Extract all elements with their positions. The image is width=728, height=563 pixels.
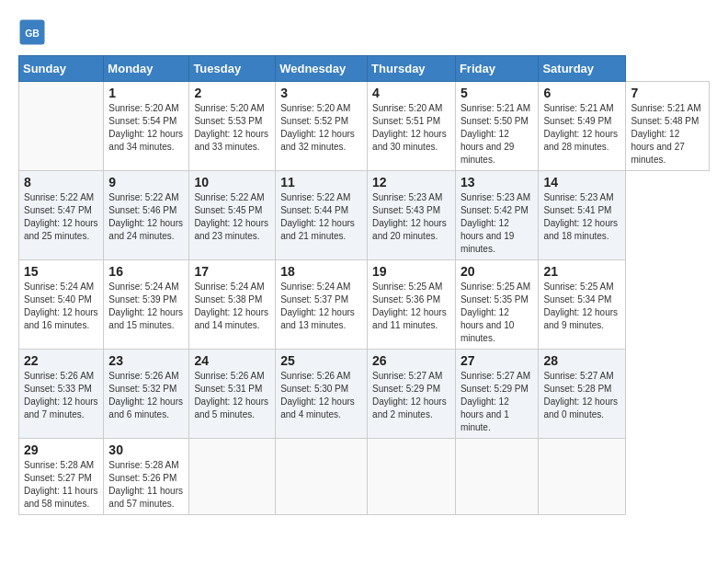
day-info: Sunrise: 5:25 AMSunset: 5:36 PMDaylight:… xyxy=(372,281,450,332)
calendar-cell: 28Sunrise: 5:27 AMSunset: 5:28 PMDayligh… xyxy=(539,350,626,439)
calendar-cell: 15Sunrise: 5:24 AMSunset: 5:40 PMDayligh… xyxy=(19,260,104,350)
day-number: 29 xyxy=(24,442,98,457)
calendar-cell: 29Sunrise: 5:28 AMSunset: 5:27 PMDayligh… xyxy=(19,439,104,515)
weekday-header-tuesday: Tuesday xyxy=(189,56,276,82)
calendar-week-2: 8Sunrise: 5:22 AMSunset: 5:47 PMDaylight… xyxy=(19,171,710,260)
calendar-cell: 19Sunrise: 5:25 AMSunset: 5:36 PMDayligh… xyxy=(368,260,456,350)
calendar-cell: 21Sunrise: 5:25 AMSunset: 5:34 PMDayligh… xyxy=(539,260,626,350)
day-number: 27 xyxy=(461,353,534,368)
calendar-cell: 22Sunrise: 5:26 AMSunset: 5:33 PMDayligh… xyxy=(19,350,104,439)
calendar-cell: 12Sunrise: 5:23 AMSunset: 5:43 PMDayligh… xyxy=(368,171,456,260)
day-info: Sunrise: 5:25 AMSunset: 5:34 PMDaylight:… xyxy=(543,281,620,332)
day-number: 2 xyxy=(194,86,270,100)
page-header: GB xyxy=(18,18,710,46)
day-info: Sunrise: 5:20 AMSunset: 5:54 PMDaylight:… xyxy=(108,102,184,154)
day-number: 8 xyxy=(24,175,98,190)
day-number: 18 xyxy=(280,264,362,279)
calendar-cell: 3Sunrise: 5:20 AMSunset: 5:52 PMDaylight… xyxy=(276,82,368,171)
calendar-cell xyxy=(455,439,539,515)
calendar-cell: 2Sunrise: 5:20 AMSunset: 5:53 PMDaylight… xyxy=(189,82,276,171)
logo: GB xyxy=(18,18,50,46)
calendar-cell xyxy=(276,439,368,515)
day-info: Sunrise: 5:24 AMSunset: 5:37 PMDaylight:… xyxy=(280,281,362,332)
calendar-cell: 25Sunrise: 5:26 AMSunset: 5:30 PMDayligh… xyxy=(276,350,368,439)
day-number: 23 xyxy=(108,353,184,368)
day-info: Sunrise: 5:20 AMSunset: 5:51 PMDaylight:… xyxy=(372,102,450,154)
day-info: Sunrise: 5:26 AMSunset: 5:31 PMDaylight:… xyxy=(194,370,270,421)
weekday-header-row: SundayMondayTuesdayWednesdayThursdayFrid… xyxy=(19,56,710,82)
weekday-header-sunday: Sunday xyxy=(19,56,104,82)
day-info: Sunrise: 5:27 AMSunset: 5:29 PMDaylight:… xyxy=(372,370,450,421)
calendar-cell: 16Sunrise: 5:24 AMSunset: 5:39 PMDayligh… xyxy=(104,260,189,350)
day-number: 4 xyxy=(372,86,450,100)
calendar-cell: 20Sunrise: 5:25 AMSunset: 5:35 PMDayligh… xyxy=(455,260,539,350)
day-number: 5 xyxy=(461,86,534,100)
calendar-cell: 9Sunrise: 5:22 AMSunset: 5:46 PMDaylight… xyxy=(104,171,189,260)
day-number: 24 xyxy=(194,353,270,368)
day-number: 16 xyxy=(108,264,184,279)
day-number: 20 xyxy=(461,264,534,279)
calendar-week-5: 29Sunrise: 5:28 AMSunset: 5:27 PMDayligh… xyxy=(19,439,710,515)
day-number: 10 xyxy=(194,175,270,190)
day-info: Sunrise: 5:20 AMSunset: 5:52 PMDaylight:… xyxy=(280,102,362,154)
calendar-cell xyxy=(189,439,276,515)
calendar-cell: 27Sunrise: 5:27 AMSunset: 5:29 PMDayligh… xyxy=(455,350,539,439)
day-info: Sunrise: 5:20 AMSunset: 5:53 PMDaylight:… xyxy=(194,102,270,154)
calendar-cell: 6Sunrise: 5:21 AMSunset: 5:49 PMDaylight… xyxy=(539,82,626,171)
day-info: Sunrise: 5:21 AMSunset: 5:49 PMDaylight:… xyxy=(543,102,620,154)
day-number: 7 xyxy=(631,86,704,100)
day-info: Sunrise: 5:23 AMSunset: 5:43 PMDaylight:… xyxy=(372,191,450,243)
day-number: 30 xyxy=(108,442,184,457)
day-info: Sunrise: 5:22 AMSunset: 5:47 PMDaylight:… xyxy=(24,191,98,243)
calendar-cell xyxy=(19,82,104,171)
day-number: 9 xyxy=(108,175,184,190)
calendar-week-3: 15Sunrise: 5:24 AMSunset: 5:40 PMDayligh… xyxy=(19,260,710,350)
calendar-cell: 11Sunrise: 5:22 AMSunset: 5:44 PMDayligh… xyxy=(276,171,368,260)
calendar-cell: 1Sunrise: 5:20 AMSunset: 5:54 PMDaylight… xyxy=(104,82,189,171)
svg-text:GB: GB xyxy=(25,28,40,39)
calendar-cell: 5Sunrise: 5:21 AMSunset: 5:50 PMDaylight… xyxy=(455,82,539,171)
calendar-cell: 13Sunrise: 5:23 AMSunset: 5:42 PMDayligh… xyxy=(455,171,539,260)
day-number: 11 xyxy=(280,175,362,190)
day-info: Sunrise: 5:28 AMSunset: 5:26 PMDaylight:… xyxy=(108,459,184,511)
day-number: 25 xyxy=(280,353,362,368)
day-info: Sunrise: 5:27 AMSunset: 5:28 PMDaylight:… xyxy=(543,370,620,421)
calendar-cell xyxy=(368,439,456,515)
day-number: 15 xyxy=(24,264,98,279)
day-number: 14 xyxy=(543,175,620,190)
calendar-cell: 7Sunrise: 5:21 AMSunset: 5:48 PMDaylight… xyxy=(626,82,710,171)
weekday-header-saturday: Saturday xyxy=(539,56,626,82)
calendar-cell: 14Sunrise: 5:23 AMSunset: 5:41 PMDayligh… xyxy=(539,171,626,260)
calendar-cell: 10Sunrise: 5:22 AMSunset: 5:45 PMDayligh… xyxy=(189,171,276,260)
calendar-cell: 17Sunrise: 5:24 AMSunset: 5:38 PMDayligh… xyxy=(189,260,276,350)
day-number: 21 xyxy=(543,264,620,279)
day-number: 12 xyxy=(372,175,450,190)
day-number: 6 xyxy=(543,86,620,100)
calendar-cell: 18Sunrise: 5:24 AMSunset: 5:37 PMDayligh… xyxy=(276,260,368,350)
day-info: Sunrise: 5:23 AMSunset: 5:41 PMDaylight:… xyxy=(543,191,620,243)
day-number: 17 xyxy=(194,264,270,279)
logo-icon: GB xyxy=(18,18,46,46)
calendar-table: SundayMondayTuesdayWednesdayThursdayFrid… xyxy=(18,55,710,515)
day-info: Sunrise: 5:24 AMSunset: 5:38 PMDaylight:… xyxy=(194,281,270,332)
calendar-cell: 26Sunrise: 5:27 AMSunset: 5:29 PMDayligh… xyxy=(368,350,456,439)
calendar-cell: 4Sunrise: 5:20 AMSunset: 5:51 PMDaylight… xyxy=(368,82,456,171)
weekday-header-wednesday: Wednesday xyxy=(276,56,368,82)
calendar-cell: 24Sunrise: 5:26 AMSunset: 5:31 PMDayligh… xyxy=(189,350,276,439)
weekday-header-friday: Friday xyxy=(455,56,539,82)
day-number: 19 xyxy=(372,264,450,279)
calendar-cell xyxy=(539,439,626,515)
calendar-cell: 30Sunrise: 5:28 AMSunset: 5:26 PMDayligh… xyxy=(104,439,189,515)
weekday-header-thursday: Thursday xyxy=(368,56,456,82)
weekday-header-monday: Monday xyxy=(104,56,189,82)
calendar-week-1: 1Sunrise: 5:20 AMSunset: 5:54 PMDaylight… xyxy=(19,82,710,171)
calendar-cell: 23Sunrise: 5:26 AMSunset: 5:32 PMDayligh… xyxy=(104,350,189,439)
day-info: Sunrise: 5:26 AMSunset: 5:30 PMDaylight:… xyxy=(280,370,362,421)
day-info: Sunrise: 5:28 AMSunset: 5:27 PMDaylight:… xyxy=(24,459,98,511)
day-info: Sunrise: 5:23 AMSunset: 5:42 PMDaylight:… xyxy=(461,191,534,256)
day-number: 1 xyxy=(108,86,184,100)
day-number: 22 xyxy=(24,353,98,368)
day-info: Sunrise: 5:24 AMSunset: 5:39 PMDaylight:… xyxy=(108,281,184,332)
day-info: Sunrise: 5:21 AMSunset: 5:48 PMDaylight:… xyxy=(631,102,704,167)
calendar-week-4: 22Sunrise: 5:26 AMSunset: 5:33 PMDayligh… xyxy=(19,350,710,439)
